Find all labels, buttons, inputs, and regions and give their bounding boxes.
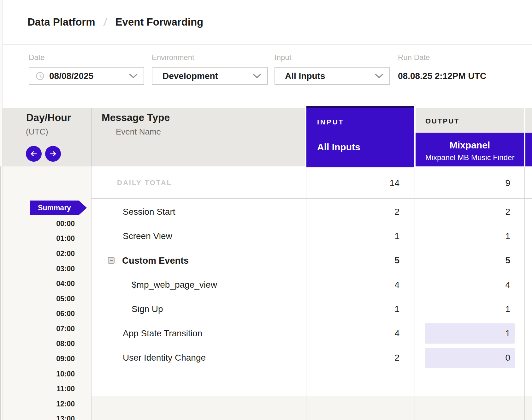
event-output-value: 1	[505, 303, 510, 315]
hour-row-13[interactable]: 13:00	[3, 414, 75, 420]
table-footer-band	[92, 396, 532, 420]
event-output-value: 1	[505, 327, 510, 340]
event-output-value: 4	[505, 279, 510, 291]
date-dropdown[interactable]: 08/08/2025	[29, 67, 144, 85]
left-scroll-strip	[0, 166, 1, 420]
breadcrumb-section[interactable]: Data Platform	[27, 16, 95, 28]
date-label: Date	[29, 53, 45, 62]
collapse-custom-events-icon[interactable]	[108, 257, 115, 264]
input-value: All Inputs	[285, 71, 325, 81]
hour-row-10[interactable]: 10:00	[3, 369, 75, 379]
run-date-label: Run Date	[398, 53, 430, 62]
breadcrumb-separator: /	[103, 15, 108, 29]
event-output-value: 0	[505, 351, 510, 364]
chevron-down-icon	[129, 74, 138, 79]
column-divider	[91, 166, 92, 420]
output-name: Mixpanel	[416, 140, 524, 151]
event-name-subheader: Event Name	[116, 127, 161, 137]
event-input-value: 2	[394, 206, 399, 218]
day-hour-header: Day/Hour	[26, 112, 71, 123]
event-output-value: 5	[505, 254, 510, 267]
daily-total-output-value: 9	[505, 177, 510, 189]
daily-total-divider	[91, 198, 532, 199]
input-dropdown[interactable]: All Inputs	[275, 67, 390, 85]
event-row-label: Screen View	[123, 230, 172, 243]
chevron-down-icon	[253, 74, 261, 79]
hour-row-05[interactable]: 05:00	[3, 294, 75, 304]
hour-row-00[interactable]: 00:00	[3, 219, 75, 229]
event-output-value: 1	[505, 230, 510, 243]
next-day-button[interactable]	[45, 146, 61, 162]
message-type-header: Message Type	[102, 112, 170, 123]
column-divider	[306, 167, 306, 420]
output-connection-name: Mixpanel MB Music Finder	[416, 153, 524, 162]
highlighted-cell	[425, 323, 515, 344]
run-date-value: 08.08.25 2:12PM UTC	[398, 67, 486, 85]
hour-row-12[interactable]: 12:00	[3, 399, 75, 409]
event-input-value: 5	[394, 254, 399, 267]
input-column-name: All Inputs	[317, 142, 360, 153]
hour-row-03[interactable]: 03:00	[3, 264, 75, 274]
clock-icon	[36, 72, 44, 81]
output-section-label: OUTPUT	[425, 117, 459, 125]
filter-bar: Date 08/08/2025 Environment Development …	[3, 45, 532, 108]
hour-row-07[interactable]: 07:00	[3, 324, 75, 334]
column-divider	[524, 167, 525, 420]
day-pager	[26, 146, 61, 162]
column-divider	[415, 167, 415, 420]
daily-total-label: DAILY TOTAL	[117, 179, 172, 187]
hour-row-08[interactable]: 08:00	[3, 339, 75, 349]
event-forwarding-page: Data Platform / Event Forwarding Date 08…	[0, 0, 532, 420]
chevron-down-icon	[375, 74, 383, 79]
header-column-divider	[91, 108, 92, 166]
environment-dropdown[interactable]: Development	[152, 67, 268, 85]
previous-day-button[interactable]	[26, 146, 42, 162]
event-row-label: Session Start	[123, 206, 175, 218]
input-label: Input	[275, 53, 291, 62]
page-title: Event Forwarding	[115, 16, 204, 28]
hour-row-01[interactable]: 01:00	[3, 233, 75, 243]
event-row-label: App State Transition	[123, 327, 202, 340]
breadcrumb: Data Platform / Event Forwarding	[3, 0, 532, 45]
arrow-left-icon	[30, 150, 38, 158]
output-column-header-mixpanel[interactable]: Mixpanel Mixpanel MB Music Finder	[416, 133, 524, 166]
environment-value: Development	[163, 71, 218, 81]
event-input-value: 1	[394, 230, 399, 243]
event-row-label: User Identity Change	[123, 351, 206, 364]
event-input-value: 4	[394, 279, 399, 291]
event-output-value: 2	[505, 206, 510, 218]
event-group-label: Custom Events	[122, 254, 189, 267]
day-hour-timezone: (UTC)	[26, 127, 48, 137]
highlighted-cell	[425, 348, 515, 368]
event-input-value: 2	[394, 351, 399, 364]
next-output-column-header	[525, 133, 532, 166]
summary-row-tag[interactable]: Summary	[30, 201, 87, 215]
event-row-label: $mp_web_page_view	[132, 279, 217, 291]
hour-row-06[interactable]: 06:00	[3, 309, 75, 319]
event-input-value: 4	[394, 327, 399, 340]
hour-row-02[interactable]: 02:00	[3, 249, 75, 259]
daily-total-input-value: 14	[390, 177, 399, 189]
hour-row-11[interactable]: 11:00	[3, 384, 75, 394]
event-row-label: Sign Up	[132, 303, 163, 315]
arrow-right-icon	[49, 150, 57, 158]
event-input-value: 1	[394, 303, 399, 315]
hour-row-04[interactable]: 04:00	[3, 279, 75, 289]
hour-row-09[interactable]: 09:00	[3, 354, 75, 364]
date-value: 08/08/2025	[49, 71, 93, 81]
input-section-label: INPUT	[317, 118, 344, 126]
input-column-header[interactable]: INPUT All Inputs	[306, 106, 414, 167]
environment-label: Environment	[152, 53, 194, 62]
